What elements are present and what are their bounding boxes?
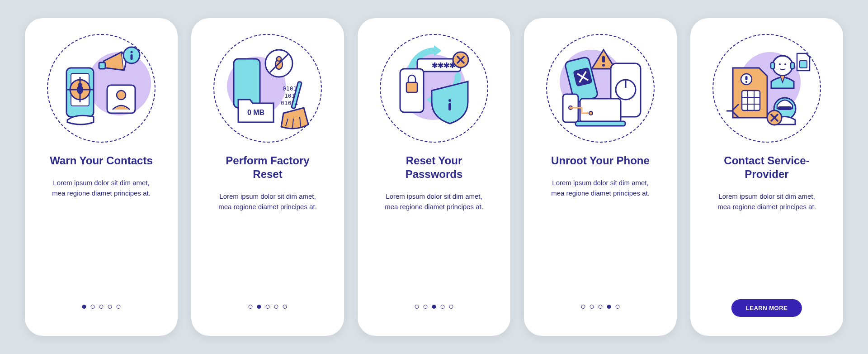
dot[interactable] bbox=[616, 305, 620, 309]
factory-reset-icon: 0 MB 01010 1010 01001 bbox=[220, 41, 315, 136]
card-title: Reset Your Passwords bbox=[377, 154, 491, 181]
svg-rect-36 bbox=[602, 56, 605, 62]
svg-point-37 bbox=[602, 64, 605, 67]
onboarding-card-3: ✱✱✱✱ Reset Your Passwords Lorem ipsum do… bbox=[358, 18, 510, 336]
svg-point-47 bbox=[589, 111, 593, 115]
svg-point-58 bbox=[784, 63, 786, 65]
dot[interactable] bbox=[590, 305, 594, 309]
dot[interactable] bbox=[599, 305, 603, 309]
onboarding-card-1: Warn Your Contacts Lorem ipsum dolor sit… bbox=[25, 18, 178, 336]
card-body: Lorem ipsum dolor sit dim amet, mea regi… bbox=[546, 177, 655, 199]
svg-rect-32 bbox=[406, 82, 417, 92]
pagination-dots bbox=[82, 305, 121, 309]
card-body: Lorem ipsum dolor sit dim amet, mea regi… bbox=[380, 191, 488, 212]
onboarding-card-5: Contact Service-Provider Lorem ipsum dol… bbox=[690, 18, 843, 336]
dot[interactable] bbox=[249, 305, 253, 309]
dot[interactable] bbox=[274, 305, 278, 309]
dot[interactable] bbox=[108, 305, 112, 309]
onboarding-card-4: Unroot Your Phone Lorem ipsum dolor sit … bbox=[524, 18, 677, 336]
dot[interactable] bbox=[283, 305, 287, 309]
storage-badge: 0 MB bbox=[247, 109, 264, 116]
svg-text:✱✱✱✱: ✱✱✱✱ bbox=[432, 62, 455, 69]
svg-point-55 bbox=[745, 81, 747, 83]
svg-rect-54 bbox=[745, 76, 748, 80]
dot[interactable] bbox=[607, 305, 611, 309]
svg-rect-48 bbox=[742, 91, 760, 110]
pagination-dots bbox=[249, 305, 287, 309]
svg-marker-26 bbox=[434, 45, 442, 56]
dot[interactable] bbox=[432, 305, 436, 309]
card-title: Perform Factory Reset bbox=[211, 154, 324, 181]
svg-point-6 bbox=[78, 83, 82, 86]
dot[interactable] bbox=[91, 305, 95, 309]
svg-point-9 bbox=[131, 51, 133, 53]
svg-rect-60 bbox=[791, 62, 794, 69]
pagination-dots bbox=[415, 305, 453, 309]
card-body: Lorem ipsum dolor sit dim amet, mea regi… bbox=[213, 191, 322, 212]
dot[interactable] bbox=[266, 305, 270, 309]
dot[interactable] bbox=[441, 305, 445, 309]
card-body: Lorem ipsum dolor sit dim amet, mea regi… bbox=[712, 191, 821, 212]
dot[interactable] bbox=[117, 305, 121, 309]
card-title: Contact Service-Provider bbox=[710, 154, 823, 181]
illustration-unroot-phone bbox=[546, 34, 655, 143]
svg-rect-61 bbox=[800, 61, 807, 68]
svg-point-12 bbox=[117, 91, 126, 100]
dot[interactable] bbox=[449, 305, 453, 309]
svg-rect-63 bbox=[778, 106, 792, 110]
card-body: Lorem ipsum dolor sit dim amet, mea regi… bbox=[47, 177, 156, 199]
svg-point-33 bbox=[448, 99, 451, 102]
svg-rect-44 bbox=[576, 121, 625, 126]
card-title: Unroot Your Phone bbox=[551, 154, 650, 167]
dot[interactable] bbox=[99, 305, 104, 309]
dot[interactable] bbox=[257, 305, 261, 309]
illustration-warn-contacts bbox=[47, 34, 156, 143]
dot[interactable] bbox=[424, 305, 428, 309]
svg-rect-59 bbox=[771, 62, 774, 69]
dot[interactable] bbox=[82, 305, 86, 309]
dot[interactable] bbox=[581, 305, 585, 309]
pagination-dots bbox=[581, 305, 620, 309]
reset-passwords-icon: ✱✱✱✱ bbox=[387, 41, 481, 136]
warn-contacts-icon bbox=[54, 41, 149, 136]
learn-more-button[interactable]: LEARN MORE bbox=[731, 299, 802, 317]
svg-rect-10 bbox=[131, 54, 133, 60]
svg-point-17 bbox=[277, 57, 281, 61]
unroot-phone-icon bbox=[553, 41, 648, 136]
card-title: Warn Your Contacts bbox=[50, 154, 153, 167]
svg-point-57 bbox=[779, 63, 781, 65]
contact-provider-icon bbox=[719, 41, 814, 136]
svg-rect-43 bbox=[580, 99, 621, 122]
illustration-contact-provider bbox=[712, 34, 821, 143]
onboarding-card-2: 0 MB 01010 1010 01001 Perform Factory Re… bbox=[191, 18, 344, 336]
illustration-factory-reset: 0 MB 01010 1010 01001 bbox=[213, 34, 322, 143]
dot[interactable] bbox=[415, 305, 419, 309]
illustration-reset-passwords: ✱✱✱✱ bbox=[380, 34, 488, 143]
svg-rect-34 bbox=[448, 103, 451, 110]
svg-rect-7 bbox=[99, 62, 105, 69]
